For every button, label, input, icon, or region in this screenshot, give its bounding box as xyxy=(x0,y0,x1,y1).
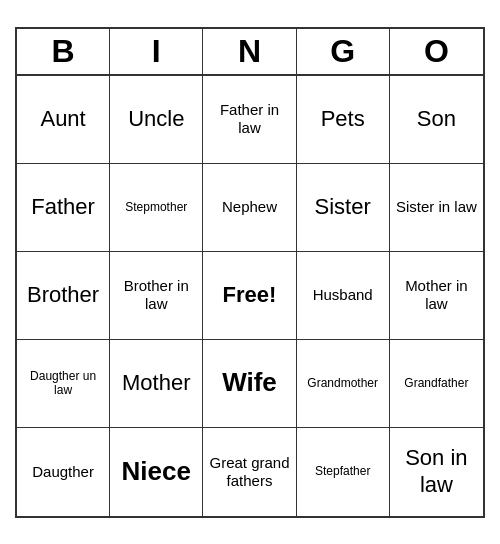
bingo-cell: Mother xyxy=(110,340,203,428)
bingo-cell: Aunt xyxy=(17,76,110,164)
bingo-cell: Free! xyxy=(203,252,296,340)
bingo-cell: Wife xyxy=(203,340,296,428)
header-letter: N xyxy=(203,29,296,74)
cell-text: Free! xyxy=(223,282,277,308)
bingo-cell: Pets xyxy=(297,76,390,164)
bingo-cell: Nephew xyxy=(203,164,296,252)
cell-text: Husband xyxy=(313,286,373,304)
cell-text: Aunt xyxy=(40,106,85,132)
bingo-cell: Uncle xyxy=(110,76,203,164)
cell-text: Great grand fathers xyxy=(207,454,291,490)
bingo-cell: Mother in law xyxy=(390,252,483,340)
cell-text: Mother xyxy=(122,370,190,396)
cell-text: Stepfather xyxy=(315,464,370,478)
bingo-cell: Father xyxy=(17,164,110,252)
bingo-cell: Stepfather xyxy=(297,428,390,516)
bingo-cell: Sister xyxy=(297,164,390,252)
bingo-cell: Brother in law xyxy=(110,252,203,340)
cell-text: Mother in law xyxy=(394,277,479,313)
bingo-cell: Sister in law xyxy=(390,164,483,252)
bingo-cell: Great grand fathers xyxy=(203,428,296,516)
bingo-cell: Husband xyxy=(297,252,390,340)
header-letter: I xyxy=(110,29,203,74)
bingo-cell: Grandmother xyxy=(297,340,390,428)
cell-text: Stepmother xyxy=(125,200,187,214)
cell-text: Pets xyxy=(321,106,365,132)
cell-text: Father xyxy=(31,194,95,220)
cell-text: Sister in law xyxy=(396,198,477,216)
cell-text: Sister xyxy=(315,194,371,220)
cell-text: Niece xyxy=(122,456,191,487)
bingo-grid: AuntUncleFather in lawPetsSonFatherStepm… xyxy=(17,76,483,516)
bingo-cell: Daugther xyxy=(17,428,110,516)
cell-text: Son in law xyxy=(394,445,479,498)
bingo-cell: Father in law xyxy=(203,76,296,164)
bingo-cell: Niece xyxy=(110,428,203,516)
bingo-cell: Daugther un law xyxy=(17,340,110,428)
header-letter: G xyxy=(297,29,390,74)
header-letter: B xyxy=(17,29,110,74)
cell-text: Wife xyxy=(222,367,277,398)
bingo-cell: Son xyxy=(390,76,483,164)
cell-text: Grandmother xyxy=(307,376,378,390)
cell-text: Uncle xyxy=(128,106,184,132)
cell-text: Son xyxy=(417,106,456,132)
bingo-cell: Stepmother xyxy=(110,164,203,252)
cell-text: Nephew xyxy=(222,198,277,216)
cell-text: Brother in law xyxy=(114,277,198,313)
cell-text: Daugther un law xyxy=(21,369,105,398)
header-letter: O xyxy=(390,29,483,74)
bingo-cell: Son in law xyxy=(390,428,483,516)
cell-text: Father in law xyxy=(207,101,291,137)
cell-text: Daugther xyxy=(32,463,94,481)
bingo-card: BINGO AuntUncleFather in lawPetsSonFathe… xyxy=(15,27,485,518)
bingo-header: BINGO xyxy=(17,29,483,76)
cell-text: Grandfather xyxy=(404,376,468,390)
bingo-cell: Grandfather xyxy=(390,340,483,428)
bingo-cell: Brother xyxy=(17,252,110,340)
cell-text: Brother xyxy=(27,282,99,308)
